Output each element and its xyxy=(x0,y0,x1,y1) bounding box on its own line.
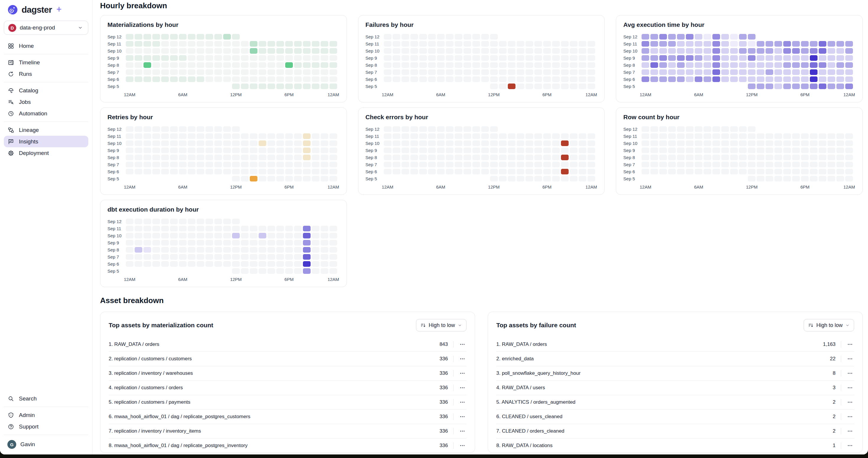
heatmap-cell[interactable] xyxy=(490,155,498,160)
heatmap-cell[interactable] xyxy=(739,62,747,68)
heatmap-cell[interactable] xyxy=(437,140,445,146)
heatmap-cell[interactable] xyxy=(384,133,392,139)
heatmap-cell[interactable] xyxy=(490,162,498,167)
heatmap-cell[interactable] xyxy=(481,148,489,153)
heatmap-cell[interactable] xyxy=(241,226,249,231)
heatmap-cell[interactable] xyxy=(206,76,213,82)
heatmap-cell[interactable] xyxy=(144,62,151,68)
heatmap-cell[interactable] xyxy=(472,155,480,160)
heatmap-cell[interactable] xyxy=(250,240,257,246)
heatmap-cell[interactable] xyxy=(144,219,151,224)
heatmap-cell[interactable] xyxy=(472,140,480,146)
heatmap-cell[interactable] xyxy=(144,155,151,160)
sidebar-item-search[interactable]: Search xyxy=(4,393,88,404)
heatmap-cell[interactable] xyxy=(757,69,764,75)
heatmap-cell[interactable] xyxy=(668,162,676,167)
heatmap-cell[interactable] xyxy=(232,48,240,54)
heatmap-cell[interactable] xyxy=(730,148,738,153)
sidebar-item-runs[interactable]: Runs xyxy=(4,68,88,80)
heatmap-cell[interactable] xyxy=(206,126,213,132)
sidebar-item-admin[interactable]: Admin xyxy=(4,409,88,421)
heatmap-cell[interactable] xyxy=(126,240,133,246)
heatmap-cell[interactable] xyxy=(570,62,578,68)
heatmap-cell[interactable] xyxy=(232,169,240,174)
heatmap-cell[interactable] xyxy=(757,155,764,160)
heatmap-cell[interactable] xyxy=(668,140,676,146)
heatmap-cell[interactable] xyxy=(214,233,222,238)
asset-name[interactable]: 7. replication / inventory / inventory_i… xyxy=(108,428,427,434)
table-row[interactable]: 2. replication / customers / customers33… xyxy=(108,352,466,366)
heatmap-cell[interactable] xyxy=(472,162,480,167)
heatmap-cell[interactable] xyxy=(748,176,755,182)
heatmap-cell[interactable] xyxy=(712,126,720,132)
heatmap-cell[interactable] xyxy=(810,69,817,75)
heatmap-cell[interactable] xyxy=(294,140,302,146)
heatmap-cell[interactable] xyxy=(748,69,755,75)
heatmap-cell[interactable] xyxy=(534,155,542,160)
heatmap-cell[interactable] xyxy=(250,48,257,54)
heatmap-cell[interactable] xyxy=(792,76,800,82)
heatmap-cell[interactable] xyxy=(650,133,658,139)
row-menu-button[interactable] xyxy=(846,442,854,449)
heatmap-cell[interactable] xyxy=(259,169,266,174)
heatmap-cell[interactable] xyxy=(188,162,195,167)
heatmap-cell[interactable] xyxy=(206,62,213,68)
heatmap-cell[interactable] xyxy=(330,233,337,238)
heatmap-cell[interactable] xyxy=(276,41,284,46)
heatmap-cell[interactable] xyxy=(170,55,178,61)
heatmap-cell[interactable] xyxy=(757,169,764,174)
heatmap-cell[interactable] xyxy=(419,126,427,132)
heatmap-cell[interactable] xyxy=(419,41,427,46)
heatmap-cell[interactable] xyxy=(144,226,151,231)
row-menu-button[interactable] xyxy=(846,428,854,435)
heatmap-cell[interactable] xyxy=(455,133,462,139)
heatmap-cell[interactable] xyxy=(499,84,507,89)
heatmap-cell[interactable] xyxy=(730,76,738,82)
table-row[interactable]: 7. CLEANED / orders_cleaned2 xyxy=(496,424,854,438)
heatmap-cell[interactable] xyxy=(259,240,266,246)
table-row[interactable]: 5. ANALYTICS / orders_augmented2 xyxy=(496,395,854,410)
heatmap-cell[interactable] xyxy=(161,261,169,267)
heatmap-cell[interactable] xyxy=(410,76,418,82)
heatmap-cell[interactable] xyxy=(294,176,302,182)
heatmap-cell[interactable] xyxy=(170,48,178,54)
heatmap-cell[interactable] xyxy=(774,162,782,167)
heatmap-cell[interactable] xyxy=(801,41,809,46)
heatmap-cell[interactable] xyxy=(206,169,213,174)
heatmap-cell[interactable] xyxy=(144,254,151,260)
heatmap-cell[interactable] xyxy=(437,169,445,174)
heatmap-cell[interactable] xyxy=(402,162,409,167)
heatmap-cell[interactable] xyxy=(472,41,480,46)
heatmap-cell[interactable] xyxy=(819,62,826,68)
heatmap-cell[interactable] xyxy=(845,140,853,146)
heatmap-cell[interactable] xyxy=(561,41,569,46)
heatmap-cell[interactable] xyxy=(179,62,187,68)
heatmap-cell[interactable] xyxy=(393,148,400,153)
heatmap-cell[interactable] xyxy=(543,41,551,46)
table-row[interactable]: 8. RAW_DATA / locations1 xyxy=(496,438,854,453)
heatmap-cell[interactable] xyxy=(197,48,204,54)
heatmap-cell[interactable] xyxy=(268,240,275,246)
row-menu-button[interactable] xyxy=(458,341,466,348)
heatmap-cell[interactable] xyxy=(214,162,222,167)
heatmap-cell[interactable] xyxy=(721,48,729,54)
heatmap-cell[interactable] xyxy=(543,176,551,182)
heatmap-cell[interactable] xyxy=(730,41,738,46)
heatmap-cell[interactable] xyxy=(774,62,782,68)
heatmap-cell[interactable] xyxy=(579,84,586,89)
heatmap-cell[interactable] xyxy=(259,133,266,139)
heatmap-cell[interactable] xyxy=(642,148,649,153)
heatmap-cell[interactable] xyxy=(126,55,133,61)
heatmap-cell[interactable] xyxy=(152,219,160,224)
heatmap-cell[interactable] xyxy=(330,48,337,54)
heatmap-cell[interactable] xyxy=(303,226,311,231)
heatmap-cell[interactable] xyxy=(437,133,445,139)
heatmap-cell[interactable] xyxy=(393,162,400,167)
heatmap-cell[interactable] xyxy=(126,261,133,267)
heatmap-cell[interactable] xyxy=(170,69,178,75)
heatmap-cell[interactable] xyxy=(330,155,337,160)
heatmap-cell[interactable] xyxy=(642,55,649,61)
heatmap-cell[interactable] xyxy=(819,140,826,146)
heatmap-cell[interactable] xyxy=(410,155,418,160)
heatmap-cell[interactable] xyxy=(321,162,328,167)
